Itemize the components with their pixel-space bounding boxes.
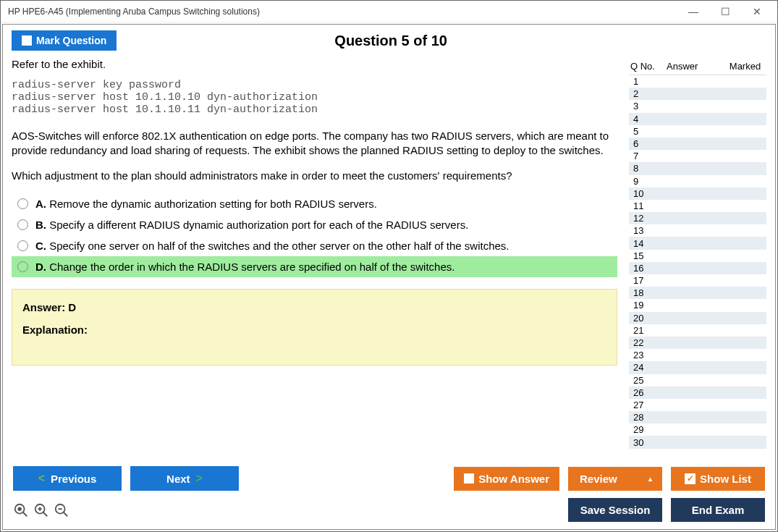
row-qno: 25 [629,375,658,386]
question-list-row[interactable]: 25 [629,374,766,387]
svg-line-4 [43,512,48,516]
row-qno: 24 [629,362,658,373]
row-qno: 18 [629,287,658,298]
minimize-button[interactable]: — [677,2,709,21]
option-a[interactable]: A. Remove the dynamic authorization sett… [12,193,617,214]
explanation-label: Explanation: [22,324,606,336]
top-row: Mark Question Question 5 of 10 [12,30,766,51]
question-list-row[interactable]: 26 [629,387,766,399]
show-list-label: Show List [700,473,751,485]
mark-checkbox-icon [22,35,32,46]
previous-button[interactable]: < Previous [13,466,122,491]
radio-icon [17,219,28,230]
question-list-row[interactable]: 7 [629,150,766,162]
question-list-row[interactable]: 13 [629,224,766,237]
row-qno: 26 [629,387,658,398]
save-session-button[interactable]: Save Session [568,498,662,522]
zoom-in-icon[interactable] [33,502,49,518]
check-icon: ✓ [685,473,695,484]
row-qno: 20 [629,313,658,324]
show-list-button[interactable]: ✓ Show List [671,467,765,491]
question-list-row[interactable]: 16 [629,262,766,274]
zoom-out-icon[interactable] [54,502,69,518]
radio-icon [17,198,28,209]
question-list-row[interactable]: 20 [629,312,766,324]
option-d-label: D. Change the order in which the RADIUS … [35,261,454,273]
mark-label: Mark Question [36,35,106,46]
question-list-row[interactable]: 19 [629,299,766,311]
row-qno: 29 [629,424,658,435]
zoom-reset-icon[interactable] [13,502,29,518]
row-qno: 28 [629,412,658,423]
option-d[interactable]: D. Change the order in which the RADIUS … [12,256,617,277]
radio-icon [17,240,28,251]
row-qno: 3 [629,101,658,111]
svg-line-8 [64,512,68,516]
question-list-row[interactable]: 11 [629,200,766,212]
question-list-row[interactable]: 23 [629,349,766,361]
zoom-controls [13,502,69,518]
question-list-row[interactable]: 8 [629,162,766,174]
row-qno: 22 [629,337,658,348]
question-intro: Refer to the exhibit. [12,58,617,70]
row-qno: 14 [629,238,658,249]
header-qno: Q No. [630,61,659,72]
close-button[interactable]: ✕ [741,2,773,21]
question-list-row[interactable]: 1 [629,75,766,88]
answer-label: Answer: D [22,301,606,313]
question-list-row[interactable]: 10 [629,187,766,200]
review-button[interactable]: Review ▴ [568,467,662,491]
chevron-right-icon: > [196,472,203,485]
row-qno: 8 [629,163,658,174]
checkbox-icon [464,473,474,484]
row-qno: 5 [629,126,658,137]
option-c[interactable]: C. Specify one server on half of the swi… [12,235,617,256]
row-qno: 13 [629,225,658,236]
question-list-row[interactable]: 22 [629,337,766,349]
next-button[interactable]: Next > [130,466,239,491]
question-list-row[interactable]: 9 [629,175,766,187]
row-qno: 12 [629,213,658,224]
question-list-row[interactable]: 6 [629,138,766,150]
row-qno: 2 [629,88,658,99]
row-qno: 17 [629,275,658,286]
row-qno: 4 [629,114,658,124]
question-list-row[interactable]: 18 [629,287,766,299]
title-bar: HP HPE6-A45 (Implementing Aruba Campus S… [1,1,777,22]
question-number-title: Question 5 of 10 [117,33,766,49]
show-answer-button[interactable]: Show Answer [454,467,559,491]
row-qno: 10 [629,188,658,199]
question-list-row[interactable]: 21 [629,324,766,337]
question-list-row[interactable]: 4 [629,113,766,125]
question-pane: Refer to the exhibit. radius-server key … [12,58,622,459]
question-list-row[interactable]: 14 [629,237,766,249]
question-list-row[interactable]: 29 [629,423,766,436]
row-qno: 16 [629,263,658,274]
mark-question-button[interactable]: Mark Question [12,30,117,51]
question-list-row[interactable]: 24 [629,361,766,373]
question-paragraph-2: Which adjustment to the plan should admi… [12,169,617,183]
question-list-row[interactable]: 3 [629,100,766,112]
question-list-row[interactable]: 12 [629,212,766,224]
previous-label: Previous [51,473,96,485]
maximize-button[interactable]: ☐ [709,2,741,21]
header-answer: Answer [659,61,725,72]
header-marked: Marked [725,61,765,72]
content-area: Mark Question Question 5 of 10 Refer to … [2,24,776,530]
question-list[interactable]: 1234567891011121314151617181920212223242… [629,75,766,459]
question-list-row[interactable]: 27 [629,399,766,411]
row-qno: 19 [629,300,658,311]
end-exam-button[interactable]: End Exam [671,498,765,522]
exhibit-code: radius-server key password radius-server… [12,79,617,116]
question-list-row[interactable]: 15 [629,250,766,262]
question-list-row[interactable]: 30 [629,436,766,448]
question-list-row[interactable]: 2 [629,88,766,100]
question-list-row[interactable]: 5 [629,125,766,138]
question-list-row[interactable]: 28 [629,411,766,423]
window-controls: — ☐ ✕ [677,2,773,21]
question-list-row[interactable]: 17 [629,274,766,287]
mid-row: Refer to the exhibit. radius-server key … [12,58,766,459]
option-b[interactable]: B. Specify a different RADIUS dynamic au… [12,214,617,235]
option-c-label: C. Specify one server on half of the swi… [35,240,509,252]
row-qno: 1 [629,76,658,87]
